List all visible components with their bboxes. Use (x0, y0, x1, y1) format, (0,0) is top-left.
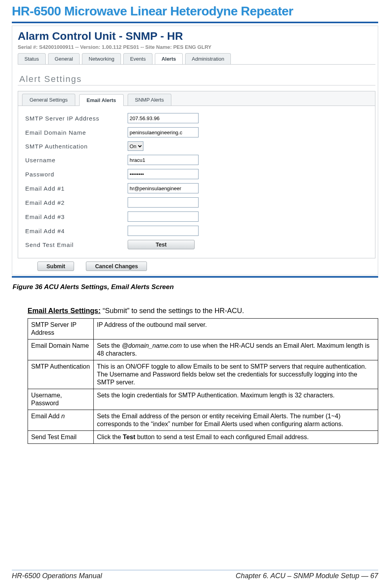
section-title: Alert Settings (18, 74, 375, 85)
cell-desc: IP Address of the outbound mail server. (94, 319, 378, 339)
username-input[interactable] (128, 155, 199, 165)
cell-key: SMTP Server IP Address (28, 319, 94, 339)
submit-button[interactable]: Submit (37, 262, 74, 271)
settings-table: SMTP Server IP Address IP Address of the… (28, 318, 378, 444)
main-tabs: Status General Networking Events Alerts … (18, 52, 375, 65)
cell-key: Email Add n (28, 410, 94, 431)
domain-input[interactable] (128, 127, 199, 137)
cell-key: SMTP Authentication (28, 360, 94, 389)
username-label: Username (25, 157, 128, 163)
cell-desc: This is an ON/OFF toggle to allow Emails… (94, 360, 378, 389)
acu-app-title: Alarm Control Unit - SNMP - HR (18, 30, 375, 43)
subtab-general-settings[interactable]: General Settings (22, 94, 75, 106)
smtp-ip-label: SMTP Server IP Address (25, 115, 128, 122)
settings-lead: Email Alerts Settings: “Submit” to send … (28, 307, 378, 315)
password-label: Password (25, 171, 128, 178)
settings-tail: “Submit” to send the settings to the HR-… (100, 307, 244, 315)
screenshot-bottom-rule (12, 276, 378, 278)
cell-key: Username, Password (28, 389, 94, 410)
title-rule (12, 22, 378, 23)
email1-input[interactable] (128, 183, 199, 193)
tab-administration[interactable]: Administration (185, 53, 231, 64)
page-title: HR-6500 Microwave Linear Heterodyne Repe… (12, 4, 378, 19)
serial-label: Serial #: (18, 44, 38, 50)
test-button[interactable]: Test (128, 240, 195, 249)
cell-key: Send Test Email (28, 431, 94, 444)
email4-label: Email Add #4 (25, 228, 128, 234)
page-footer: HR-6500 Operations Manual Chapter 6. ACU… (12, 570, 378, 580)
password-input[interactable] (128, 169, 199, 179)
subtab-snmp-alerts[interactable]: SNMP Alerts (128, 94, 171, 106)
cell-desc: Sets the @domain_name.com to use when th… (94, 339, 378, 360)
email3-label: Email Add #3 (25, 213, 128, 220)
smtp-ip-input[interactable] (128, 113, 199, 123)
site-label: Site Name: (145, 44, 172, 50)
acu-meta-line: Serial #: S42001000911 -- Version: 1.00.… (18, 44, 375, 50)
table-row: SMTP Server IP Address IP Address of the… (28, 319, 378, 339)
sub-tabs: General Settings Email Alerts SNMP Alert… (18, 91, 375, 106)
subtab-container: General Settings Email Alerts SNMP Alert… (18, 91, 375, 258)
cell-desc: Sets the login credentials for SMTP Auth… (94, 389, 378, 410)
tab-events[interactable]: Events (123, 53, 152, 64)
auth-label: SMTP Authentication (25, 143, 128, 150)
settings-heading: Email Alerts Settings: (28, 307, 100, 315)
cell-key: Email Domain Name (28, 339, 94, 360)
sendtest-label: Send Test Email (25, 241, 128, 248)
table-row: Send Test Email Click the Test button to… (28, 431, 378, 444)
email2-label: Email Add #2 (25, 199, 128, 206)
cancel-button[interactable]: Cancel Changes (86, 262, 147, 271)
serial-value: S42001000911 (39, 44, 74, 50)
domain-label: Email Domain Name (25, 129, 128, 136)
screenshot-panel: Alarm Control Unit - SNMP - HR Serial #:… (12, 26, 378, 275)
cell-desc: Sets the Email address of the person or … (94, 410, 378, 431)
tab-general[interactable]: General (48, 53, 80, 64)
table-row: Username, Password Sets the login creden… (28, 389, 378, 410)
version-value: 1.00.112 PES01 (102, 44, 139, 50)
meta-sep2: -- (141, 44, 145, 50)
tab-networking[interactable]: Networking (82, 53, 121, 64)
subtab-email-alerts[interactable]: Email Alerts (79, 94, 124, 106)
table-row: Email Domain Name Sets the @domain_name.… (28, 339, 378, 360)
table-row: SMTP Authentication This is an ON/OFF to… (28, 360, 378, 389)
footer-right: Chapter 6. ACU – SNMP Module Setup — 67 (236, 572, 378, 580)
version-label: Version: (80, 44, 100, 50)
site-value: PES ENG GLRY (173, 44, 212, 50)
email4-input[interactable] (128, 226, 199, 236)
email1-label: Email Add #1 (25, 185, 128, 192)
meta-sep1: -- (75, 44, 80, 50)
tab-alerts[interactable]: Alerts (155, 53, 183, 64)
auth-select[interactable]: On (128, 141, 143, 151)
email-alerts-form: SMTP Server IP Address Email Domain Name… (18, 106, 375, 258)
email3-input[interactable] (128, 211, 199, 222)
table-row: Email Add n Sets the Email address of th… (28, 410, 378, 431)
email2-input[interactable] (128, 197, 199, 208)
figure-caption: Figure 36 ACU Alerts Settings, Email Ale… (13, 283, 378, 291)
cell-desc: Click the Test button to send a test Ema… (94, 431, 378, 444)
footer-left: HR-6500 Operations Manual (12, 572, 102, 580)
tab-status[interactable]: Status (18, 53, 46, 64)
